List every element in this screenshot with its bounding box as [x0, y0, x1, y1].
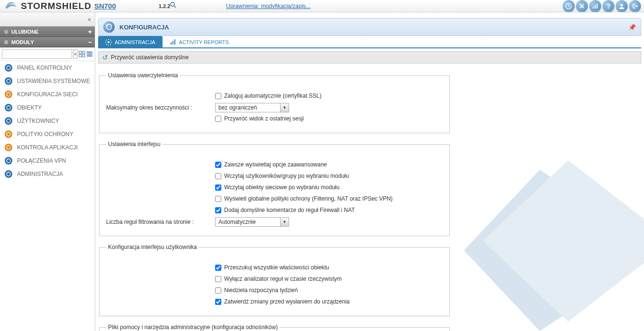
svg-rect-10: [82, 55, 85, 57]
sidebar-item-8[interactable]: ADMINISTRACJA: [0, 167, 95, 181]
search-all-label: Przeszukuj wszystkie właściwości obiektu: [224, 264, 329, 271]
checkbox-search-all[interactable]: [215, 265, 221, 271]
svg-rect-7: [79, 51, 82, 54]
rules-select-value: Automatycznie: [216, 218, 280, 226]
load-objects-label: Wczytaj obiekty sieciowe po wybraniu mod…: [224, 184, 339, 191]
svg-point-15: [7, 79, 10, 83]
sidebar-item-7[interactable]: POŁĄCZENIA VPN: [0, 154, 95, 167]
fs-user-interface-legend: Konfiguracja interfejsu użytkownika: [106, 244, 199, 250]
page-title-bar: KONFIGURACJA 📌: [98, 18, 641, 36]
modules-header[interactable]: MODUŁY −: [0, 37, 95, 47]
idle-label: Maksymalny okres bezczynności :: [106, 104, 215, 111]
checkbox-confirm-send[interactable]: [215, 299, 221, 305]
sidebar-item-5[interactable]: POLITYKI OCHRONY: [0, 128, 95, 141]
main-area: KONFIGURACJA 📌 ADMNISTRACJA ACTIVITY REP…: [95, 12, 644, 331]
clock-icon[interactable]: [562, 0, 575, 12]
favorites-header[interactable]: ULUBIONE +: [0, 27, 95, 37]
logout-icon[interactable]: [629, 0, 641, 12]
checkbox-disable-analyzer[interactable]: [215, 276, 221, 282]
collapse-icon[interactable]: «: [88, 16, 91, 23]
tools-icon[interactable]: [576, 0, 588, 12]
restore-defaults-bar[interactable]: ↺ Przywróć ustawienia domyślne: [98, 51, 641, 64]
help-icon[interactable]: ?: [602, 0, 615, 12]
svg-rect-11: [87, 52, 92, 53]
module-icon: [5, 77, 12, 85]
module-item-label: KONFIGURACJA SIECI: [17, 91, 78, 98]
checkbox-restore-view[interactable]: [215, 116, 221, 122]
page-title: KONFIGURACJA: [119, 24, 169, 31]
favorites-add-icon[interactable]: +: [88, 28, 92, 36]
module-icon: [5, 144, 12, 151]
rules-per-page-label: Liczba reguł filtrowania na stronie :: [106, 219, 215, 225]
svg-point-16: [7, 92, 10, 96]
top-header: STORMSHIELD SN700 1.2.2 Uprawnienia: mod…: [0, 0, 644, 12]
fs-help-tools: Pliki pomocy i narzędzia administracyjne…: [99, 324, 450, 331]
svg-rect-27: [172, 41, 173, 45]
gear-icon: [105, 39, 112, 46]
search-clear-button[interactable]: ×: [73, 49, 78, 59]
module-icon: [5, 170, 12, 178]
checkbox-load-users[interactable]: [215, 173, 221, 179]
svg-rect-4: [595, 5, 596, 9]
permissions-link[interactable]: Uprawnienia: modyfikacja/zapis...: [226, 3, 310, 9]
module-icon: [5, 117, 12, 125]
module-icon: [5, 157, 12, 165]
svg-line-1: [174, 6, 176, 8]
restore-view-label: Przywróć widok z ostatniej sesji: [224, 115, 304, 122]
disable-analyzer-label: Wyłącz analizator reguł w czasie rzeczyw…: [224, 276, 342, 282]
chevron-down-icon[interactable]: ▼: [280, 103, 289, 112]
sidebar-item-4[interactable]: UŻYTKOWNICY: [0, 114, 95, 128]
svg-rect-12: [87, 54, 92, 55]
svg-rect-28: [174, 39, 175, 45]
svg-point-21: [7, 159, 10, 163]
module-item-label: POLITYKI OCHRONY: [17, 131, 73, 138]
pin-icon[interactable]: 📌: [628, 24, 636, 31]
checkbox-load-objects[interactable]: [215, 184, 221, 191]
fs-auth: Ustawienia uwierzytelnienia Zaloguj auto…: [99, 72, 450, 133]
sidebar: « ULUBIONE + MODUŁY − × PANEL KONTROLNYU…: [0, 12, 95, 331]
view-list-icon[interactable]: [79, 49, 85, 59]
sidebar-item-3[interactable]: OBIEKTY: [0, 101, 95, 114]
svg-rect-13: [87, 55, 92, 56]
rules-select[interactable]: Automatycznie ▼: [215, 217, 289, 227]
stats-icon[interactable]: [589, 0, 601, 12]
brand-text: STORMSHIELD: [21, 1, 91, 11]
fs-user-interface: Konfiguracja interfejsu użytkownika Prze…: [99, 244, 450, 316]
module-list: PANEL KONTROLNYUSTAWIENIA SYSTEMOWEKONFI…: [0, 61, 95, 331]
sidebar-item-6[interactable]: KONTROLA APLIKACJI: [0, 141, 95, 154]
sidebar-item-0[interactable]: PANEL KONTROLNY: [0, 61, 95, 74]
user-icon[interactable]: [616, 0, 628, 12]
idle-select[interactable]: bez ograniczeń ▼: [215, 103, 289, 112]
header-icon-group: ?: [562, 0, 641, 12]
module-search-input[interactable]: [2, 49, 72, 59]
svg-rect-5: [597, 4, 598, 9]
checkbox-auto-login[interactable]: [215, 93, 221, 99]
svg-point-22: [7, 172, 10, 176]
svg-point-14: [7, 66, 10, 70]
sidebar-item-2[interactable]: KONFIGURACJA SIECI: [0, 88, 95, 101]
favorites-dot-icon: [4, 29, 9, 34]
model-link[interactable]: SN700: [94, 2, 116, 10]
checkbox-show-global[interactable]: [215, 196, 221, 202]
svg-point-25: [108, 41, 109, 43]
version-text: 1.2.2: [159, 3, 170, 9]
tab-activity-reports[interactable]: ACTIVITY REPORTS: [163, 36, 236, 47]
tab-administration[interactable]: ADMNISTRACJA: [98, 36, 163, 47]
view-detail-icon[interactable]: [86, 49, 93, 59]
restore-icon: ↺: [102, 54, 108, 61]
idle-select-value: bez ograniczeń: [216, 103, 280, 112]
sidebar-collapse-bar: «: [0, 12, 95, 27]
module-search-row: ×: [0, 47, 95, 61]
checkbox-week-starts[interactable]: [215, 287, 221, 294]
module-item-label: PANEL KONTROLNY: [17, 64, 72, 71]
chevron-down-icon[interactable]: ▼: [280, 218, 289, 226]
modules-collapse-icon[interactable]: −: [88, 38, 92, 46]
sidebar-item-1[interactable]: USTAWIENIA SYSTEMOWE: [0, 74, 95, 88]
svg-rect-26: [171, 42, 172, 45]
svg-point-6: [621, 4, 623, 7]
checkbox-always-advanced[interactable]: [215, 162, 221, 168]
module-item-label: USTAWIENIA SYSTEMOWE: [17, 78, 90, 84]
checkbox-add-comments[interactable]: [215, 207, 221, 213]
svg-rect-3: [593, 7, 594, 9]
logo-icon: [4, 1, 18, 11]
